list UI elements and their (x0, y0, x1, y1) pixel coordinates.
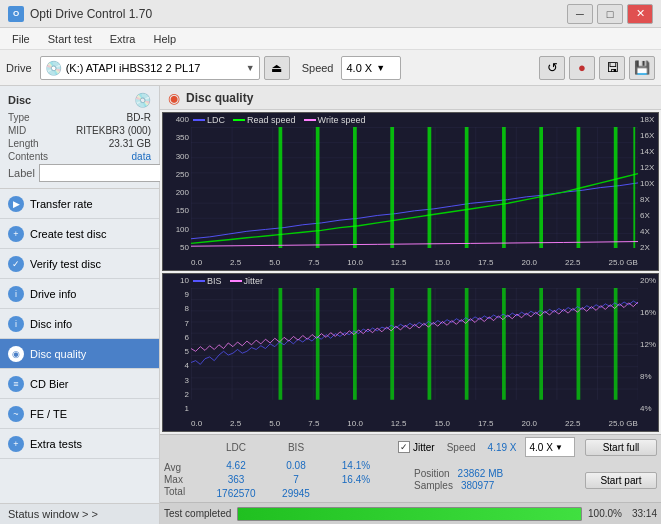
jitter-check[interactable]: ✓ Jitter (398, 441, 435, 453)
minimize-button[interactable]: ─ (567, 4, 593, 24)
content-header-title: Disc quality (186, 91, 253, 105)
speed-value: 4.0 X (346, 62, 372, 74)
chart1-x-axis: 0.0 2.5 5.0 7.5 10.0 12.5 15.0 17.5 20.0… (191, 254, 638, 270)
samples-value: 380977 (461, 480, 494, 491)
disc-info-icon: i (8, 316, 24, 332)
total-bis: 29945 (266, 487, 326, 500)
eject-button[interactable]: ⏏ (264, 56, 290, 80)
content-header: ◉ Disc quality (160, 86, 661, 110)
chart-bis: BIS Jitter 10 9 8 7 6 5 4 3 (162, 273, 659, 432)
title-bar: O Opti Drive Control 1.70 ─ □ ✕ (0, 0, 661, 28)
avg-label: Avg (164, 462, 202, 473)
progress-percent: 100.0% (588, 508, 622, 519)
app-title: Opti Drive Control 1.70 (30, 7, 152, 21)
status-window-button[interactable]: Status window > > (8, 508, 151, 520)
legend-ldc: LDC (193, 115, 225, 125)
avg-jitter: 14.1% (326, 459, 386, 472)
svg-rect-14 (191, 288, 638, 400)
menu-start-test[interactable]: Start test (40, 31, 100, 47)
app-icon: O (8, 6, 24, 22)
menu-help[interactable]: Help (145, 31, 184, 47)
status-text: Test completed (164, 508, 231, 519)
sidebar-item-cd-bier[interactable]: ≡ CD Bier (0, 369, 159, 399)
bottom-table-avg: 4.62 0.08 14.1% (206, 459, 386, 472)
legend-bis-label: BIS (207, 276, 222, 286)
drive-select[interactable]: 💿 (K:) ATAPI iHBS312 2 PL17 ▼ (40, 56, 260, 80)
avg-bis: 0.08 (266, 459, 326, 472)
speed-label: Speed (302, 62, 334, 74)
record-button[interactable]: ● (569, 56, 595, 80)
menu-extra[interactable]: Extra (102, 31, 144, 47)
start-part-button[interactable]: Start part (585, 472, 657, 489)
disc-mid-label: MID (8, 125, 26, 136)
refresh-button[interactable]: ↺ (539, 56, 565, 80)
save-button[interactable]: 🖫 (599, 56, 625, 80)
chart2-y-axis-right: 20% 16% 12% 8% 4% (638, 274, 658, 415)
max-ldc: 363 (206, 473, 266, 486)
drive-info-icon: i (8, 286, 24, 302)
disc-type-value: BD-R (127, 112, 151, 123)
sidebar-item-transfer-rate[interactable]: ▶ Transfer rate (0, 189, 159, 219)
drive-disc-icon: 💿 (45, 60, 62, 76)
disc-contents-row: Contents data (8, 151, 151, 162)
close-button[interactable]: ✕ (627, 4, 653, 24)
legend-write-speed-label: Write speed (318, 115, 366, 125)
progress-bar-fill (238, 508, 581, 520)
legend-read-speed-label: Read speed (247, 115, 296, 125)
transfer-rate-icon: ▶ (8, 196, 24, 212)
disc-contents-value: data (132, 151, 151, 162)
progress-bar-container (237, 507, 582, 521)
speed-select[interactable]: 4.0 X ▼ (341, 56, 401, 80)
title-controls[interactable]: ─ □ ✕ (567, 4, 653, 24)
total-label: Total (164, 486, 202, 497)
position-value: 23862 MB (458, 468, 504, 479)
bottom-row-headers: LDC BIS ✓ Jitter Speed 4.19 X 4.0 X ▼ (164, 437, 657, 457)
maximize-button[interactable]: □ (597, 4, 623, 24)
disc-type-row: Type BD-R (8, 112, 151, 123)
sidebar-item-extra-tests[interactable]: + Extra tests (0, 429, 159, 459)
speed-dropdown[interactable]: 4.0 X ▼ (525, 437, 575, 457)
menu-file[interactable]: File (4, 31, 38, 47)
chart1-svg (191, 127, 638, 248)
sidebar-label-verify-test-disc: Verify test disc (30, 258, 101, 270)
sidebar-item-fe-te[interactable]: ~ FE / TE (0, 399, 159, 429)
position-row: Position 23862 MB (414, 468, 503, 479)
disc-panel: Disc 💿 Type BD-R MID RITEKBR3 (000) Leng… (0, 86, 159, 189)
legend-ldc-label: LDC (207, 115, 225, 125)
total-ldc: 1762570 (206, 487, 266, 500)
jitter-checkbox[interactable]: ✓ (398, 441, 410, 453)
sidebar-item-verify-test-disc[interactable]: ✓ Verify test disc (0, 249, 159, 279)
disc-label-input[interactable] (39, 164, 172, 182)
disc-panel-label: Disc (8, 94, 31, 106)
start-full-button[interactable]: Start full (585, 439, 657, 456)
action-buttons: Start full (585, 439, 657, 456)
sidebar-nav: ▶ Transfer rate + Create test disc ✓ Ver… (0, 189, 159, 503)
chart-bis-legend: BIS Jitter (193, 276, 263, 286)
sidebar-item-create-test-disc[interactable]: + Create test disc (0, 219, 159, 249)
sidebar-item-disc-quality[interactable]: ◉ Disc quality (0, 339, 159, 369)
sidebar-label-disc-info: Disc info (30, 318, 72, 330)
sidebar-label-fe-te: FE / TE (30, 408, 67, 420)
chart-ldc: LDC Read speed Write speed 400 350 300 (162, 112, 659, 271)
disc-mid-value: RITEKBR3 (000) (76, 125, 151, 136)
extra-tests-icon: + (8, 436, 24, 452)
drive-label: Drive (6, 62, 32, 74)
save2-button[interactable]: 💾 (629, 56, 655, 80)
speed-info-label: Speed (447, 442, 476, 453)
sidebar-item-drive-info[interactable]: i Drive info (0, 279, 159, 309)
sidebar-label-extra-tests: Extra tests (30, 438, 82, 450)
sidebar-label-disc-quality: Disc quality (30, 348, 86, 360)
header-ldc: LDC (206, 441, 266, 454)
chart-ldc-legend: LDC Read speed Write speed (193, 115, 365, 125)
bottom-table-headers: LDC BIS (206, 441, 386, 454)
sidebar-item-disc-info[interactable]: i Disc info (0, 309, 159, 339)
disc-length-label: Length (8, 138, 39, 149)
bottom-row-data: Avg Max Total 4.62 0.08 14.1% 363 7 16.4… (164, 459, 657, 500)
main-layout: Disc 💿 Type BD-R MID RITEKBR3 (000) Leng… (0, 86, 661, 524)
disc-length-row: Length 23.31 GB (8, 138, 151, 149)
drive-dropdown-arrow: ▼ (246, 63, 255, 73)
content-area: ◉ Disc quality LDC Read speed (160, 86, 661, 524)
speed-info: Speed 4.19 X (447, 442, 517, 453)
speed-info-value: 4.19 X (488, 442, 517, 453)
sidebar-status[interactable]: Status window > > (0, 503, 159, 524)
